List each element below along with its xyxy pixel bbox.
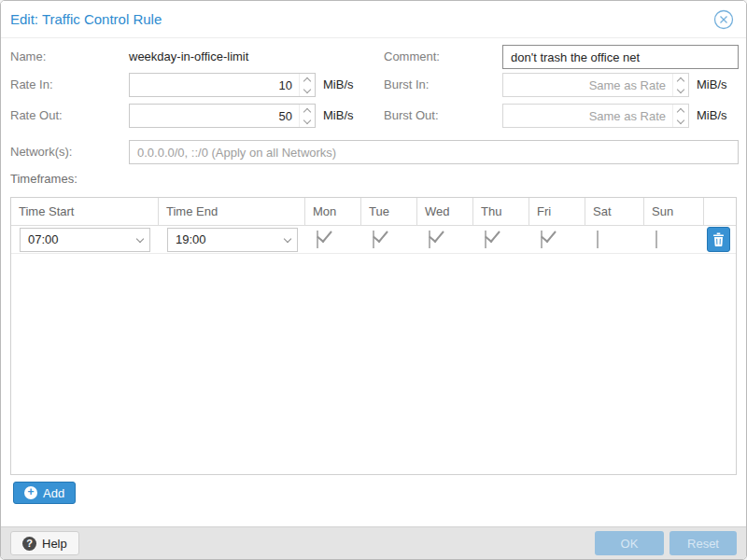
name-value: weekday-in-office-limit bbox=[129, 45, 248, 69]
edit-traffic-control-rule-dialog: Edit: Traffic Control Rule Name: weekday… bbox=[0, 0, 747, 560]
burst-out-unit: MiB/s bbox=[697, 104, 727, 128]
time-start-value: 07:00 bbox=[28, 229, 59, 251]
burst-out-field[interactable] bbox=[502, 104, 689, 128]
ok-button[interactable]: OK bbox=[595, 531, 664, 555]
spinner-up-icon[interactable] bbox=[303, 77, 310, 84]
spinner-up-icon[interactable] bbox=[676, 107, 684, 115]
rate-out-spinner[interactable] bbox=[299, 105, 314, 127]
spinner-up-icon[interactable] bbox=[676, 77, 684, 84]
networks-label: Network(s): bbox=[10, 140, 72, 164]
column-header-mon[interactable]: Mon bbox=[305, 198, 361, 225]
table-row: 07:00 19:00 bbox=[11, 226, 736, 254]
help-button-label: Help bbox=[42, 537, 67, 551]
table-header-row: Time Start Time End Mon Tue Wed Thu Fri … bbox=[11, 198, 736, 226]
rate-in-unit: MiB/s bbox=[323, 73, 354, 97]
help-button[interactable]: ? Help bbox=[10, 531, 79, 555]
sat-checkbox[interactable] bbox=[597, 231, 599, 248]
trash-icon bbox=[712, 232, 725, 246]
spinner-down-icon[interactable] bbox=[676, 116, 684, 123]
rate-out-unit: MiB/s bbox=[323, 104, 354, 128]
column-header-time-start[interactable]: Time Start bbox=[11, 198, 159, 225]
mon-checkbox[interactable] bbox=[317, 231, 318, 248]
chevron-down-icon[interactable] bbox=[131, 229, 149, 251]
rate-in-spinner[interactable] bbox=[299, 74, 314, 96]
time-end-select[interactable]: 19:00 bbox=[167, 228, 298, 252]
comment-field[interactable] bbox=[502, 45, 739, 69]
timeframes-table: Time Start Time End Mon Tue Wed Thu Fri … bbox=[10, 197, 737, 475]
spinner-down-icon[interactable] bbox=[303, 116, 310, 123]
spinner-up-icon[interactable] bbox=[303, 107, 310, 115]
timeframes-label: Timeframes: bbox=[10, 167, 78, 191]
burst-in-spinner[interactable] bbox=[672, 74, 687, 96]
question-circle-icon: ? bbox=[22, 537, 36, 551]
delete-row-button[interactable] bbox=[707, 227, 730, 252]
rate-out-label: Rate Out: bbox=[10, 104, 63, 128]
burst-in-unit: MiB/s bbox=[697, 73, 727, 97]
add-button[interactable]: + Add bbox=[13, 482, 76, 504]
wed-checkbox[interactable] bbox=[429, 231, 430, 248]
fri-checkbox[interactable] bbox=[541, 231, 543, 248]
column-header-sun[interactable]: Sun bbox=[644, 198, 704, 225]
close-icon[interactable] bbox=[713, 9, 734, 30]
rate-out-field[interactable] bbox=[129, 104, 316, 128]
column-header-tue[interactable]: Tue bbox=[361, 198, 417, 225]
column-header-wed[interactable]: Wed bbox=[417, 198, 473, 225]
name-label: Name: bbox=[10, 45, 46, 69]
column-header-actions bbox=[704, 198, 736, 225]
burst-in-label: Burst In: bbox=[384, 73, 429, 97]
dialog-title: Edit: Traffic Control Rule bbox=[10, 11, 162, 27]
rate-in-field[interactable] bbox=[129, 73, 316, 97]
spinner-down-icon[interactable] bbox=[303, 85, 310, 92]
burst-out-label: Burst Out: bbox=[384, 104, 439, 128]
burst-out-spinner[interactable] bbox=[672, 105, 687, 127]
comment-label: Comment: bbox=[384, 45, 440, 69]
column-header-fri[interactable]: Fri bbox=[529, 198, 585, 225]
tue-checkbox[interactable] bbox=[373, 231, 374, 248]
column-header-thu[interactable]: Thu bbox=[473, 198, 529, 225]
add-button-label: Add bbox=[43, 486, 64, 500]
chevron-down-icon[interactable] bbox=[278, 229, 297, 251]
plus-circle-icon: + bbox=[24, 486, 37, 499]
time-end-value: 19:00 bbox=[176, 229, 206, 251]
reset-button[interactable]: Reset bbox=[669, 531, 737, 555]
column-header-sat[interactable]: Sat bbox=[585, 198, 644, 225]
sun-checkbox[interactable] bbox=[655, 231, 657, 248]
dialog-footer: ? Help OK Reset bbox=[1, 526, 746, 559]
burst-in-field[interactable] bbox=[502, 73, 689, 97]
rate-in-label: Rate In: bbox=[10, 73, 53, 97]
spinner-down-icon[interactable] bbox=[676, 85, 684, 92]
time-start-select[interactable]: 07:00 bbox=[20, 228, 150, 252]
dialog-titlebar: Edit: Traffic Control Rule bbox=[1, 1, 746, 38]
column-header-time-end[interactable]: Time End bbox=[159, 198, 305, 225]
thu-checkbox[interactable] bbox=[485, 231, 486, 248]
networks-field[interactable] bbox=[129, 140, 739, 164]
